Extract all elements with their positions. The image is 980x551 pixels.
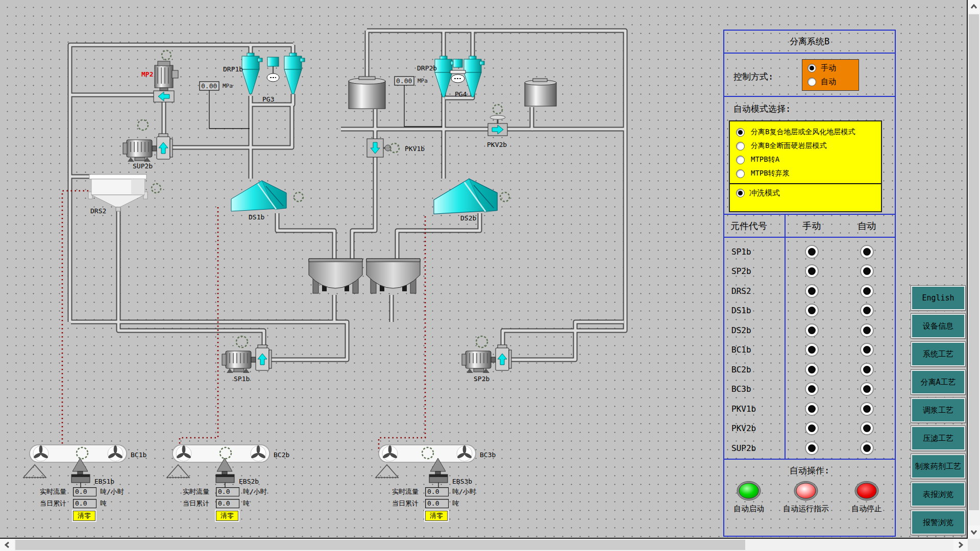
mix-tank-2[interactable] bbox=[366, 259, 420, 293]
flow-group-bc3b: 实时流量 0.0 吨/小时 当日累计 0.0 吨 清零 bbox=[392, 487, 476, 521]
vertical-scrollbar[interactable] bbox=[968, 0, 980, 539]
nav-separation-a[interactable]: 分离A工艺 bbox=[911, 370, 965, 394]
pump-sp1b[interactable] bbox=[222, 345, 272, 373]
scroll-up-button[interactable] bbox=[968, 0, 980, 13]
total-unit: 吨 bbox=[243, 499, 267, 508]
radio-auto-dot[interactable] bbox=[807, 78, 816, 86]
auto-operation-section: 自动操作: 自动启动 bbox=[724, 465, 895, 536]
flow-value: 0.0 bbox=[216, 487, 239, 496]
clear-button[interactable]: 清零 bbox=[425, 511, 448, 521]
tank-drs2[interactable] bbox=[88, 174, 148, 211]
control-panel: 分离系统B 控制方式: 手动 自动 自动模式选择: bbox=[723, 30, 896, 537]
cyclone-group-pg3[interactable] bbox=[242, 53, 305, 94]
manual-indicator bbox=[805, 343, 819, 357]
auto-mode-box: 分离B复合地层或全风化地层模式 分离B全断面硬岩层模式 MTPB转A MTPB转… bbox=[729, 120, 882, 212]
svg-text:0.00: 0.00 bbox=[396, 77, 412, 85]
tank-right[interactable] bbox=[525, 79, 556, 106]
mode-option-4[interactable]: MTPB转弃浆 bbox=[736, 169, 881, 178]
label-ebs1b: EBS1b bbox=[94, 478, 114, 485]
nav-english[interactable]: English bbox=[911, 286, 965, 310]
manual-indicator bbox=[805, 304, 819, 317]
horizontal-scroll-thumb[interactable] bbox=[15, 540, 745, 550]
manual-indicator bbox=[805, 245, 819, 259]
total-value: 0.0 bbox=[425, 499, 449, 508]
table-row: DS2b bbox=[724, 320, 895, 340]
radio-auto[interactable]: 自动 bbox=[807, 77, 859, 87]
mp2-pump[interactable] bbox=[154, 61, 178, 102]
label-sp2b: SP2b bbox=[474, 375, 489, 383]
scroll-left-button[interactable] bbox=[0, 539, 14, 551]
pump-sup2b[interactable] bbox=[123, 134, 173, 162]
mode-option-flush-dot[interactable] bbox=[736, 189, 745, 197]
scroll-down-button[interactable] bbox=[968, 525, 980, 539]
green-lamp-icon bbox=[737, 481, 761, 501]
mode-option-1-dot[interactable] bbox=[736, 128, 745, 137]
auto-running-indicator: 自动运行指示 bbox=[773, 481, 839, 514]
label-mp2: MP2 bbox=[141, 70, 153, 78]
manual-indicator bbox=[805, 382, 819, 396]
auto-indicator bbox=[860, 441, 874, 455]
label-bc2b: BC2b bbox=[274, 451, 289, 459]
screen-ds1b[interactable] bbox=[231, 181, 286, 211]
manual-indicator bbox=[805, 284, 819, 298]
nav-filter-press[interactable]: 压滤工艺 bbox=[911, 426, 965, 450]
mode-option-4-dot[interactable] bbox=[736, 169, 745, 178]
mix-tank-1[interactable] bbox=[309, 259, 362, 293]
nav-system-process[interactable]: 系统工艺 bbox=[911, 342, 965, 366]
nav-device-info[interactable]: 设备信息 bbox=[911, 314, 965, 338]
device-code: BC3b bbox=[724, 384, 785, 394]
clear-button[interactable]: 清零 bbox=[216, 511, 238, 521]
mode-option-2-dot[interactable] bbox=[736, 142, 745, 151]
clear-button[interactable]: 清零 bbox=[73, 511, 95, 521]
table-row: PKV1b bbox=[724, 399, 895, 419]
tank-left[interactable] bbox=[349, 77, 385, 109]
hopper-3 bbox=[376, 465, 398, 478]
device-code: SP2b bbox=[724, 266, 785, 276]
valve-pkv2b[interactable] bbox=[488, 115, 507, 136]
manual-indicator bbox=[805, 323, 819, 337]
device-code: PKV1b bbox=[724, 404, 785, 414]
nav-slurry-agent[interactable]: 制浆药剂工艺 bbox=[911, 454, 965, 479]
table-row: SP2b bbox=[724, 262, 895, 282]
mode-option-1[interactable]: 分离B复合地层或全风化地层模式 bbox=[736, 128, 881, 137]
auto-stop-button[interactable]: 自动停止 bbox=[839, 481, 895, 514]
panel-title: 分离系统B bbox=[724, 31, 895, 54]
scroll-right-button[interactable] bbox=[953, 539, 968, 551]
nav-report-view[interactable]: 表报浏览 bbox=[911, 482, 965, 507]
pump-sp2b[interactable] bbox=[462, 345, 511, 373]
mode-option-3[interactable]: MTPB转A bbox=[736, 155, 881, 164]
hopper-2 bbox=[167, 465, 189, 478]
red-lamp-icon bbox=[854, 481, 879, 501]
screen-ds2b[interactable] bbox=[434, 179, 497, 214]
valve-pkv1b[interactable] bbox=[367, 139, 391, 157]
nav-slurry-mixing[interactable]: 调浆工艺 bbox=[911, 398, 965, 422]
radio-manual[interactable]: 手动 bbox=[807, 63, 859, 73]
mode-option-3-dot[interactable] bbox=[736, 156, 745, 164]
vertical-scroll-thumb[interactable] bbox=[969, 14, 979, 510]
auto-indicator bbox=[860, 421, 874, 435]
device-code: BC2b bbox=[724, 365, 785, 374]
chevron-up-icon bbox=[970, 4, 977, 9]
radio-manual-dot[interactable] bbox=[807, 64, 816, 72]
total-unit: 吨 bbox=[100, 499, 124, 508]
total-value: 0.0 bbox=[73, 499, 96, 508]
auto-start-button[interactable]: 自动启动 bbox=[724, 481, 773, 514]
flow-label: 实时流量 bbox=[183, 487, 212, 496]
auto-indicator bbox=[860, 264, 874, 278]
svg-text:MPa: MPa bbox=[418, 78, 428, 84]
chevron-right-icon bbox=[958, 541, 963, 548]
mode-option-flush[interactable]: 冲洗模式 bbox=[736, 188, 881, 198]
auto-mode-heading: 自动模式选择: bbox=[733, 103, 791, 115]
conveyor-bc1b[interactable] bbox=[30, 445, 127, 462]
flow-label: 实时流量 bbox=[392, 487, 422, 496]
conveyor-bc2b[interactable] bbox=[173, 445, 270, 462]
nav-alarm-view[interactable]: 报警浏览 bbox=[911, 510, 965, 535]
control-mode-section: 控制方式: 手动 自动 bbox=[724, 54, 895, 97]
mode-option-2[interactable]: 分离B全断面硬岩层模式 bbox=[736, 141, 881, 151]
chevron-down-icon bbox=[970, 530, 977, 535]
table-row: SP1b bbox=[724, 242, 895, 262]
svg-text:MPa: MPa bbox=[223, 83, 233, 89]
nav-column: English 设备信息 系统工艺 分离A工艺 调浆工艺 压滤工艺 制浆药剂工艺… bbox=[911, 286, 965, 538]
flow-group-bc2b: 实时流量 0.0 吨/小时 当日累计 0.0 吨 清零 bbox=[183, 487, 267, 521]
horizontal-scrollbar[interactable] bbox=[0, 539, 968, 551]
